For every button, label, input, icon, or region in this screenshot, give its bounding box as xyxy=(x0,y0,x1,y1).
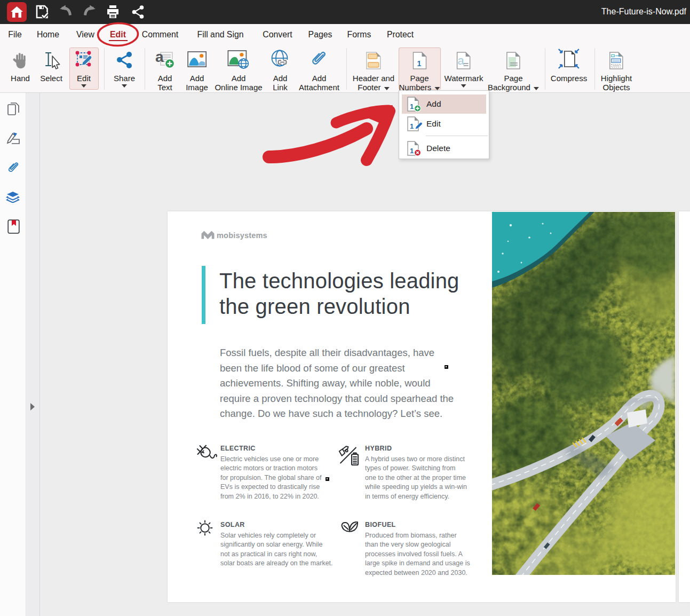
svg-text:1: 1 xyxy=(410,102,414,110)
svg-text:1: 1 xyxy=(417,59,421,68)
svg-text:a: a xyxy=(155,49,164,65)
svg-text:1: 1 xyxy=(410,122,414,130)
svg-text:1: 1 xyxy=(410,147,414,155)
